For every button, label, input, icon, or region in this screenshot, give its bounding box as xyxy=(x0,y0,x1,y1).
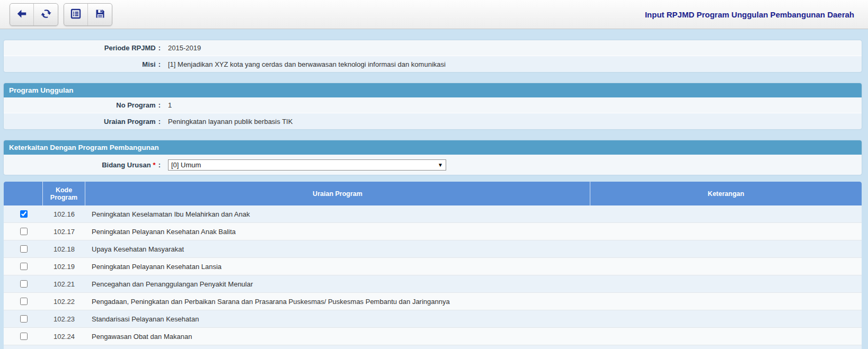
page-title: Input RPJMD Program Unggulan Pembangunan… xyxy=(645,10,858,19)
table-row: 102.19 Peningkatan Pelayanan Kesehatan L… xyxy=(4,258,862,275)
row-checkbox[interactable] xyxy=(20,315,28,323)
row-kode-program: 102.17 xyxy=(43,228,85,236)
table-row: 102.16 Peningkatan Keselamatan Ibu Melah… xyxy=(4,205,862,223)
row-checkbox[interactable] xyxy=(20,210,28,218)
table-header-keterangan: Keterangan xyxy=(590,182,862,205)
table-row: 102.24 Pengawasan Obat dan Makanan xyxy=(4,328,862,345)
field-periode-rpjmd: Periode RPJMD: 2015-2019 xyxy=(4,40,862,56)
list-icon xyxy=(69,7,82,22)
row-kode-program: 102.22 xyxy=(43,298,85,306)
row-kode-program: 102.24 xyxy=(43,333,85,341)
row-checkbox[interactable] xyxy=(20,263,28,270)
keterkaitan-panel: Keterkaitan Dengan Program Pembangunan B… xyxy=(4,140,862,175)
refresh-icon xyxy=(40,7,52,22)
refresh-button[interactable] xyxy=(34,4,58,25)
row-checkbox[interactable] xyxy=(20,245,28,253)
bidang-urusan-select[interactable]: [0] Umum ▼ xyxy=(168,159,446,171)
action-button-group xyxy=(64,3,112,26)
row-uraian-program: Peningkatan Pelayanan Kesehatan Lansia xyxy=(85,263,590,271)
table-header-kode: Kode Program xyxy=(43,182,85,205)
row-uraian-program: Standarisasi Pelayanan Kesehatan xyxy=(85,315,590,323)
row-uraian-program: Pencegahan dan Penanggulangan Penyakit M… xyxy=(85,280,590,288)
row-kode-program: 102.23 xyxy=(43,315,85,323)
misi-label: Misi xyxy=(142,60,155,68)
row-kode-program: 102.19 xyxy=(43,263,85,271)
arrow-left-icon xyxy=(15,7,28,22)
row-uraian-program: Peningkatan Keselamatan Ibu Melahirkan d… xyxy=(85,210,590,218)
table-header-uraian: Uraian Program xyxy=(85,182,590,205)
table-row: 102.23 Standarisasi Pelayanan Kesehatan xyxy=(4,310,862,328)
save-icon xyxy=(94,7,107,22)
row-uraian-program: Peningkatan Pelayanan Kesehatan Anak Bal… xyxy=(85,228,590,236)
uraian-program-label: Uraian Program xyxy=(104,118,156,126)
table-body: 102.16 Peningkatan Keselamatan Ibu Melah… xyxy=(4,205,862,345)
row-kode-program: 102.21 xyxy=(43,280,85,288)
no-program-value: 1 xyxy=(168,101,172,109)
table-row: 102.17 Peningkatan Pelayanan Kesehatan A… xyxy=(4,223,862,240)
back-button[interactable] xyxy=(10,4,34,25)
uraian-program-value: Peningkatan layanan publik berbasis TIK xyxy=(168,118,293,126)
no-program-label: No Program xyxy=(116,101,155,109)
required-mark: * xyxy=(153,161,156,169)
misi-value: [1] Menjadikan XYZ kota yang cerdas dan … xyxy=(168,60,446,68)
row-uraian-program: Pengawasan Obat dan Makanan xyxy=(85,333,590,341)
table-row-partial xyxy=(4,345,862,349)
row-checkbox[interactable] xyxy=(20,228,28,235)
row-kode-program: 102.18 xyxy=(43,245,85,253)
bidang-urusan-selected-value: [0] Umum xyxy=(171,161,201,169)
program-unggulan-header: Program Unggulan xyxy=(4,83,862,97)
table-header-row: Kode Program Uraian Program Keterangan xyxy=(4,182,862,205)
keterkaitan-header: Keterkaitan Dengan Program Pembangunan xyxy=(4,140,862,155)
row-checkbox[interactable] xyxy=(20,333,28,340)
row-checkbox[interactable] xyxy=(20,280,28,288)
field-misi: Misi: [1] Menjadikan XYZ kota yang cerda… xyxy=(4,56,862,72)
row-uraian-program: Pengadaan, Peningkatan dan Perbaikan Sar… xyxy=(85,298,590,306)
field-uraian-program: Uraian Program: Peningkatan layanan publ… xyxy=(4,113,862,129)
row-checkbox[interactable] xyxy=(20,298,28,305)
info-panel: Periode RPJMD: 2015-2019 Misi: [1] Menja… xyxy=(4,40,862,72)
list-button[interactable] xyxy=(64,4,88,25)
periode-label: Periode RPJMD xyxy=(104,44,156,52)
table-row: 102.22 Pengadaan, Peningkatan dan Perbai… xyxy=(4,293,862,310)
save-button[interactable] xyxy=(88,4,112,25)
program-unggulan-panel: Program Unggulan No Program: 1 Uraian Pr… xyxy=(4,83,862,129)
bidang-urusan-label: Bidang Urusan xyxy=(102,161,150,169)
toolbar: Input RPJMD Program Unggulan Pembangunan… xyxy=(0,0,868,29)
field-no-program: No Program: 1 xyxy=(4,97,862,113)
chevron-down-icon: ▼ xyxy=(438,162,443,168)
row-uraian-program: Upaya Kesehatan Masyarakat xyxy=(85,245,590,253)
periode-value: 2015-2019 xyxy=(168,44,201,52)
program-table: Kode Program Uraian Program Keterangan 1… xyxy=(4,182,862,345)
row-kode-program: 102.16 xyxy=(43,210,85,218)
table-row: 102.21 Pencegahan dan Penanggulangan Pen… xyxy=(4,275,862,293)
nav-button-group xyxy=(10,3,58,26)
table-row: 102.18 Upaya Kesehatan Masyarakat xyxy=(4,240,862,258)
field-bidang-urusan: Bidang Urusan*: [0] Umum ▼ xyxy=(4,155,862,175)
table-header-checkbox-col xyxy=(4,182,43,205)
